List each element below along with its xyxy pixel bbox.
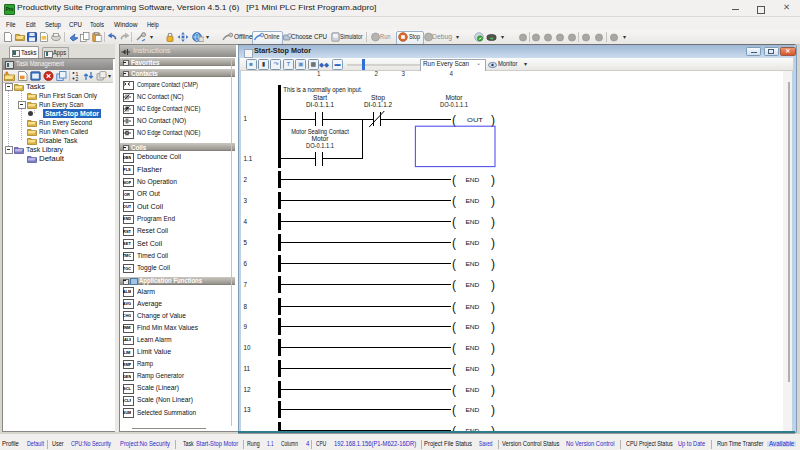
- svg-text:(: (: [452, 300, 456, 314]
- svg-text:END: END: [465, 407, 480, 413]
- svg-text:2: 2: [76, 76, 79, 81]
- svg-text:9: 9: [244, 323, 248, 330]
- svg-text:11: 11: [244, 365, 251, 372]
- svg-text:(: (: [452, 194, 456, 208]
- svg-text:2: 2: [244, 176, 248, 183]
- svg-text:12: 12: [244, 386, 252, 393]
- svg-text:CHG: CHG: [123, 313, 131, 318]
- svg-text:): ): [491, 257, 495, 271]
- svg-text:): ): [491, 300, 495, 314]
- svg-text:): ): [491, 341, 495, 355]
- svg-text:): ): [491, 236, 495, 250]
- svg-text:RMP: RMP: [123, 361, 131, 366]
- svg-text:TGC: TGC: [123, 265, 131, 270]
- svg-text:TMC: TMC: [123, 253, 131, 258]
- svg-text:DI-0.1.1.1: DI-0.1.1.1: [306, 101, 334, 108]
- svg-text:END: END: [123, 216, 131, 221]
- svg-text:END: END: [465, 366, 480, 372]
- svg-text:Motor: Motor: [446, 94, 463, 101]
- svg-text:(: (: [452, 173, 456, 187]
- svg-text:SET: SET: [123, 241, 131, 246]
- svg-text:(: (: [452, 236, 456, 250]
- svg-text:): ): [491, 194, 495, 208]
- svg-text:END: END: [465, 304, 480, 310]
- svg-text:13: 13: [244, 406, 252, 413]
- svg-text:DI-0.1.1.2: DI-0.1.1.2: [364, 101, 392, 108]
- svg-text:(: (: [452, 424, 456, 431]
- svg-text:8: 8: [244, 303, 248, 310]
- svg-text:7: 7: [244, 281, 248, 288]
- svg-text:END: END: [465, 387, 480, 393]
- svg-text:SUM: SUM: [123, 410, 131, 415]
- svg-text:3: 3: [244, 197, 248, 204]
- svg-text:(: (: [452, 403, 456, 417]
- svg-text:DO-0.1.1.1: DO-0.1.1.1: [306, 142, 334, 149]
- svg-text:Motor: Motor: [312, 135, 329, 142]
- svg-text:): ): [491, 278, 495, 292]
- svg-text:): ): [491, 424, 495, 431]
- svg-text:(: (: [452, 215, 456, 229]
- svg-text:FLS: FLS: [124, 167, 132, 172]
- svg-text:(: (: [452, 257, 456, 271]
- svg-text:(: (: [452, 341, 456, 355]
- svg-text:): ): [491, 362, 495, 376]
- svg-text:1.1: 1.1: [244, 155, 253, 162]
- svg-text:NOP: NOP: [123, 179, 131, 184]
- svg-text:END: END: [465, 324, 480, 330]
- svg-text:ALM: ALM: [123, 289, 131, 294]
- svg-text:): ): [491, 113, 495, 127]
- svg-text:10: 10: [244, 344, 252, 351]
- svg-text:END: END: [465, 428, 480, 431]
- svg-text:This is a normally open input.: This is a normally open input.: [283, 86, 362, 94]
- svg-text:Start: Start: [313, 94, 327, 101]
- svg-text:RST: RST: [123, 228, 131, 233]
- svg-text:6: 6: [244, 260, 248, 267]
- svg-text:END: END: [465, 198, 480, 204]
- svg-text:4: 4: [244, 218, 248, 225]
- svg-text:LALM: LALM: [123, 337, 131, 342]
- svg-text:(: (: [452, 278, 456, 292]
- svg-text:(: (: [452, 320, 456, 334]
- svg-text:(: (: [452, 383, 456, 397]
- svg-text:LIM: LIM: [124, 349, 131, 354]
- svg-text:): ): [491, 320, 495, 334]
- svg-text:): ): [491, 403, 495, 417]
- svg-text:): ): [491, 173, 495, 187]
- svg-text:): ): [491, 215, 495, 229]
- svg-text:END: END: [465, 240, 480, 246]
- svg-text:1: 1: [244, 115, 248, 122]
- svg-text:OR: OR: [124, 192, 130, 197]
- svg-text:END: END: [465, 282, 480, 288]
- svg-text:GEN: GEN: [123, 373, 131, 378]
- svg-text:(: (: [452, 362, 456, 376]
- svg-text:): ): [491, 383, 495, 397]
- svg-text:SCL: SCL: [123, 386, 131, 391]
- svg-text:AVG: AVG: [123, 301, 131, 306]
- svg-text:(: (: [452, 113, 456, 127]
- svg-text:END: END: [465, 345, 480, 351]
- svg-text:OUT: OUT: [123, 204, 131, 209]
- svg-text:DBN: DBN: [123, 155, 131, 160]
- svg-text:END: END: [465, 177, 480, 183]
- svg-text:DO-0.1.1.1: DO-0.1.1.1: [440, 101, 468, 108]
- svg-text:OUT: OUT: [467, 117, 483, 123]
- svg-text:5: 5: [244, 239, 248, 246]
- svg-text:END: END: [465, 261, 480, 267]
- svg-text:MNMX: MNMX: [123, 325, 131, 330]
- svg-text:SCLN: SCLN: [123, 398, 131, 403]
- svg-text:END: END: [465, 219, 480, 225]
